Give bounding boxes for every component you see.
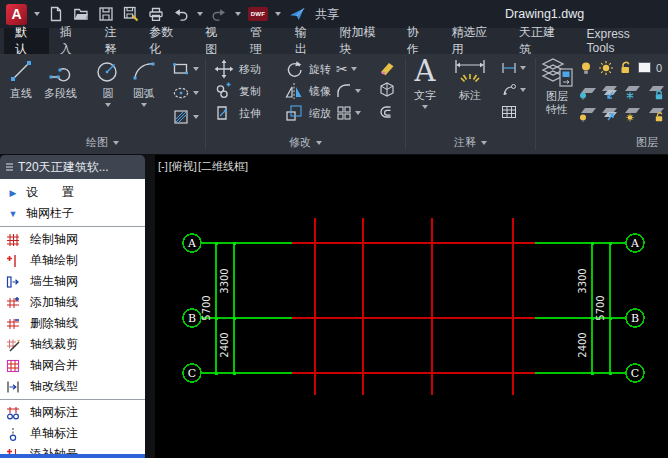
- sidebar-item-0-5[interactable]: 轴线裁剪: [0, 334, 145, 355]
- tab-9[interactable]: 精选应用: [441, 28, 508, 54]
- ellipse-tool-button[interactable]: [172, 84, 199, 102]
- viewport-visual-style-control[interactable]: [二维线框]: [198, 160, 248, 172]
- undo-button[interactable]: [172, 5, 190, 23]
- layer-off-button[interactable]: [578, 60, 594, 76]
- rectangle-tool-button[interactable]: [172, 60, 199, 78]
- offset-tool-button[interactable]: [378, 103, 396, 121]
- layers-panel-title[interactable]: 图层: [536, 135, 668, 150]
- redo-caret-icon[interactable]: [235, 12, 241, 16]
- app-menu-button[interactable]: A: [6, 4, 27, 25]
- new-file-button[interactable]: [47, 5, 65, 23]
- app-menu-caret-icon[interactable]: [34, 12, 40, 16]
- layer-freeze-tool-button[interactable]: [622, 84, 642, 100]
- tab-3[interactable]: 参数化: [138, 28, 194, 54]
- tab-11[interactable]: Express Tools: [575, 28, 668, 54]
- tab-1[interactable]: 插入: [49, 28, 94, 54]
- sidebar-item-0-4[interactable]: 删除轴线: [0, 313, 145, 334]
- annotate-panel-title[interactable]: 注释: [406, 135, 535, 150]
- circle-tool-caret-icon[interactable]: [105, 103, 111, 107]
- fillet-tool-button[interactable]: [336, 83, 361, 99]
- draw-panel-title[interactable]: 绘图: [0, 135, 205, 150]
- tab-6[interactable]: 输出: [284, 28, 329, 54]
- leader-caret-icon[interactable]: [520, 88, 526, 92]
- tab-8[interactable]: 协作: [396, 28, 441, 54]
- viewport-minimize-control[interactable]: [-]: [158, 160, 168, 172]
- hatch-tool-caret-icon[interactable]: [193, 115, 199, 119]
- trim-tool-button[interactable]: ✂: [336, 61, 357, 77]
- group-axis-grid-column[interactable]: ▼ 轴网柱子: [0, 203, 145, 224]
- layer-thaw-button[interactable]: [598, 60, 614, 76]
- modify-panel-title[interactable]: 修改: [206, 135, 405, 150]
- trim-caret-icon[interactable]: [351, 67, 357, 71]
- layer-lock-tool-button[interactable]: [646, 84, 666, 100]
- layer-unlock-button[interactable]: [618, 60, 634, 76]
- polyline-tool-button[interactable]: 多段线: [44, 58, 77, 101]
- array-tool-button[interactable]: [336, 105, 361, 121]
- save-button[interactable]: [97, 5, 115, 23]
- viewport-view-control[interactable]: [俯视]: [169, 160, 197, 172]
- tab-5[interactable]: 管理: [239, 28, 284, 54]
- polyline-icon: [48, 58, 74, 84]
- array-caret-icon[interactable]: [355, 111, 361, 115]
- share-label[interactable]: 共享: [315, 6, 339, 23]
- current-layer-value[interactable]: 0: [656, 62, 662, 74]
- mirror-tool-button[interactable]: 镜像: [284, 81, 331, 101]
- palette-grip-icon[interactable]: [6, 163, 13, 171]
- copy-tool-button[interactable]: 复制: [214, 81, 261, 101]
- undo-caret-icon[interactable]: [197, 12, 203, 16]
- arc-tool-button[interactable]: 圆弧: [131, 58, 157, 107]
- tab-10[interactable]: 天正建筑: [508, 28, 575, 54]
- sidebar-item-1-2[interactable]: 添补轴号: [0, 444, 145, 454]
- stretch-tool-button[interactable]: 拉伸: [214, 103, 261, 123]
- rectangle-tool-caret-icon[interactable]: [193, 67, 199, 71]
- table-button[interactable]: [501, 104, 517, 120]
- sidebar-item-0-3[interactable]: 添加轴线: [0, 292, 145, 313]
- save-as-button[interactable]: [122, 5, 140, 23]
- fillet-caret-icon[interactable]: [355, 89, 361, 93]
- ellipse-tool-caret-icon[interactable]: [193, 91, 199, 95]
- layer-off-tool-button[interactable]: [578, 84, 598, 100]
- linear-dim-button[interactable]: [501, 60, 526, 76]
- explode-tool-button[interactable]: [378, 81, 396, 99]
- leader-button[interactable]: [501, 82, 526, 98]
- layer-on-tool-button[interactable]: [578, 106, 598, 122]
- tab-7[interactable]: 附加模块: [328, 28, 395, 54]
- dimension-tool-button[interactable]: 标注: [452, 58, 488, 103]
- layer-unisolate-tool-button[interactable]: [600, 106, 620, 122]
- sidebar-item-1-0[interactable]: 轴网标注: [0, 402, 145, 423]
- layer-color-swatch[interactable]: [638, 62, 651, 73]
- circle-tool-button[interactable]: 圆: [95, 58, 121, 107]
- dwf-caret-icon[interactable]: [275, 12, 281, 16]
- rotate-tool-button[interactable]: 旋转: [284, 59, 331, 79]
- sidebar-item-0-7[interactable]: 轴改线型: [0, 376, 145, 397]
- text-tool-caret-icon[interactable]: [422, 105, 428, 109]
- palette-title-bar[interactable]: T20天正建筑软...: [0, 155, 145, 179]
- drawing-canvas[interactable]: [-][俯视][二维线框]: [155, 155, 668, 458]
- scale-tool-button[interactable]: 缩放: [284, 103, 331, 123]
- tab-0[interactable]: 默认: [4, 28, 49, 54]
- sidebar-item-1-1[interactable]: 单轴标注: [0, 423, 145, 444]
- open-file-button[interactable]: [72, 5, 90, 23]
- tab-2[interactable]: 注释: [93, 28, 138, 54]
- text-tool-button[interactable]: A 文字: [414, 56, 436, 109]
- sidebar-item-0-1[interactable]: 单轴绘制: [0, 250, 145, 271]
- line-tool-button[interactable]: 直线: [8, 58, 34, 101]
- layer-isolate-tool-button[interactable]: [600, 84, 620, 100]
- sidebar-item-0-0[interactable]: 绘制轴网: [0, 229, 145, 250]
- arc-tool-caret-icon[interactable]: [141, 103, 147, 107]
- layer-unlock-tool-button[interactable]: [646, 106, 666, 122]
- move-tool-button[interactable]: 移动: [214, 59, 261, 79]
- share-button[interactable]: [288, 5, 306, 23]
- erase-tool-button[interactable]: [378, 59, 396, 77]
- tab-4[interactable]: 视图: [194, 28, 239, 54]
- redo-button[interactable]: [210, 5, 228, 23]
- layer-thaw-tool-button[interactable]: [622, 106, 642, 122]
- dwf-publish-button[interactable]: DWF: [248, 7, 268, 21]
- hatch-tool-button[interactable]: [172, 108, 199, 126]
- layer-properties-button[interactable]: 图层特性: [540, 56, 574, 116]
- plot-button[interactable]: [147, 5, 165, 23]
- sidebar-item-0-6[interactable]: 轴网合并: [0, 355, 145, 376]
- sidebar-item-0-2[interactable]: 墙生轴网: [0, 271, 145, 292]
- group-settings[interactable]: ▶ 设 置: [0, 182, 145, 203]
- linear-dim-caret-icon[interactable]: [520, 66, 526, 70]
